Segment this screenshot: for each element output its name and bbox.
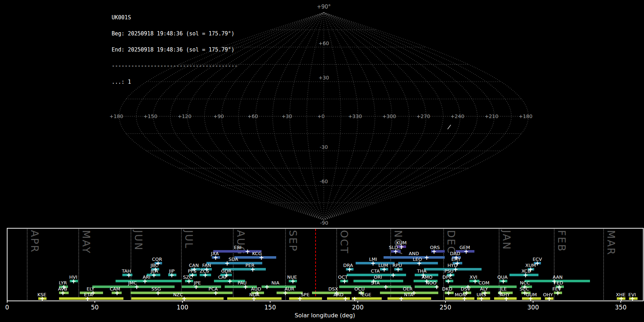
x-tick-label: 350 (615, 304, 626, 311)
month-label: FEB (556, 230, 566, 252)
month-label: JUN (133, 230, 143, 251)
chart-frame (7, 228, 644, 301)
shower-code-label: PSU (444, 269, 454, 273)
shower-code-label: ECV (533, 257, 542, 262)
shower-code-label: LEO (413, 257, 422, 262)
shower-code-label: DSX (328, 287, 338, 291)
shower-code-label: DKD (442, 287, 453, 291)
shower-code-label: AMO (421, 275, 432, 279)
shower-code-label: DPC (442, 275, 452, 279)
x-tick-label: 300 (527, 304, 539, 311)
x-tick (7, 301, 8, 303)
month-gridline (78, 229, 79, 300)
shower-code-label: AAN (553, 275, 563, 279)
shower-peak-cross: + (227, 278, 232, 284)
x-tick (94, 301, 95, 303)
month-label: SEP (288, 230, 298, 252)
x-tick (533, 301, 533, 303)
shower-code-label: DRA (343, 263, 353, 268)
shower-peak-cross: + (343, 296, 348, 302)
shower-code-label: NUE (287, 275, 297, 279)
shower-code-label: SLD (389, 245, 398, 250)
shower-code-label: NZC (173, 292, 183, 297)
shower-code-label: GDR (221, 269, 231, 273)
shower-code-label: NIA (271, 280, 279, 285)
shower-code-label: JLE (500, 287, 507, 291)
shower-code-label: FEV (552, 287, 561, 291)
shower-code-label: JXA (211, 251, 219, 256)
shower-code-label: PCA (209, 287, 218, 291)
shower-bar (289, 297, 322, 300)
shower-bar (445, 297, 474, 300)
shower-code-label: HVI (69, 275, 77, 279)
shower-code-label: STA (371, 280, 380, 285)
shower-bar (312, 292, 351, 294)
shower-code-label: FED (554, 280, 563, 285)
x-tick (445, 301, 446, 303)
shower-code-label: JMC (128, 280, 137, 285)
shower-code-label: EHY (451, 257, 460, 262)
month-gridline (181, 229, 182, 300)
shower-code-label: AUR (284, 287, 294, 291)
shower-peak-cross: + (424, 254, 429, 260)
month-label: MAR (606, 230, 616, 256)
shower-peak-cross: + (264, 284, 269, 290)
shower-code-label: ZCS (200, 269, 209, 273)
shower-code-label: ETA (84, 292, 93, 297)
shower-code-label: MON (455, 292, 466, 297)
shower-code-label: THA (417, 269, 427, 273)
shower-peak-cross: + (352, 296, 357, 302)
shower-code-label: AND (409, 251, 419, 256)
shower-code-label: CTA (371, 269, 380, 273)
shower-code-label: JEA (151, 269, 158, 273)
shower-bar (184, 292, 233, 294)
shower-code-label: NOO (426, 280, 436, 285)
shower-code-label: PER (245, 263, 254, 268)
shower-code-label: OER (403, 287, 413, 291)
shower-code-label: TAH (122, 269, 131, 273)
shower-code-label: OCU (354, 287, 365, 291)
shower-code-label: AVB (58, 287, 67, 291)
month-label: OCT (339, 230, 349, 254)
shower-code-label: QUA (497, 275, 508, 279)
shower-code-label: LMI (369, 257, 377, 262)
shower-code-label: SCC (519, 287, 529, 291)
shower-code-label: ORI (374, 275, 382, 279)
x-tick (620, 301, 621, 303)
shower-bar (277, 292, 303, 294)
x-tick (357, 301, 358, 303)
shower-code-label: DAD (450, 251, 460, 256)
shower-code-label: SPE (301, 292, 309, 297)
shower-code-label: GEM (459, 245, 470, 250)
shower-code-label: ELY (87, 287, 94, 291)
shower-code-label: XCB (521, 269, 531, 273)
x-tick (270, 301, 270, 303)
shower-peak-cross: + (399, 296, 404, 302)
shower-code-label: KSE (38, 292, 47, 297)
shower-code-label: NCC (520, 280, 530, 285)
shower-peak-cross: + (383, 284, 388, 290)
shower-code-label: AUD (251, 287, 261, 291)
month-gridline (603, 229, 604, 300)
month-label: APR (29, 230, 39, 253)
shower-code-label: SDA (229, 257, 238, 262)
shower-code-label: NDA (249, 292, 259, 297)
shower-code-label: COR (152, 257, 162, 262)
shower-code-label: JPE (194, 280, 201, 285)
x-tick-label: 250 (440, 304, 451, 311)
shower-code-label: URS (477, 292, 486, 297)
x-tick-label: 150 (264, 304, 276, 311)
month-label: MAY (81, 230, 91, 254)
shower-bar (131, 297, 224, 300)
shower-bar (339, 286, 411, 288)
shower-code-label: OHY (543, 292, 553, 297)
shower-code-label: ARD (333, 292, 343, 297)
shower-code-label: EGE (362, 292, 371, 297)
month-gridline (390, 229, 391, 300)
shower-code-label: OCT (338, 275, 348, 279)
shower-peak-cross: + (245, 248, 250, 254)
shower-code-label: DSV (461, 287, 470, 291)
month-label: JUL (184, 230, 194, 249)
shower-code-label: KCG (252, 251, 262, 256)
shower-code-label: NTA (404, 292, 413, 297)
